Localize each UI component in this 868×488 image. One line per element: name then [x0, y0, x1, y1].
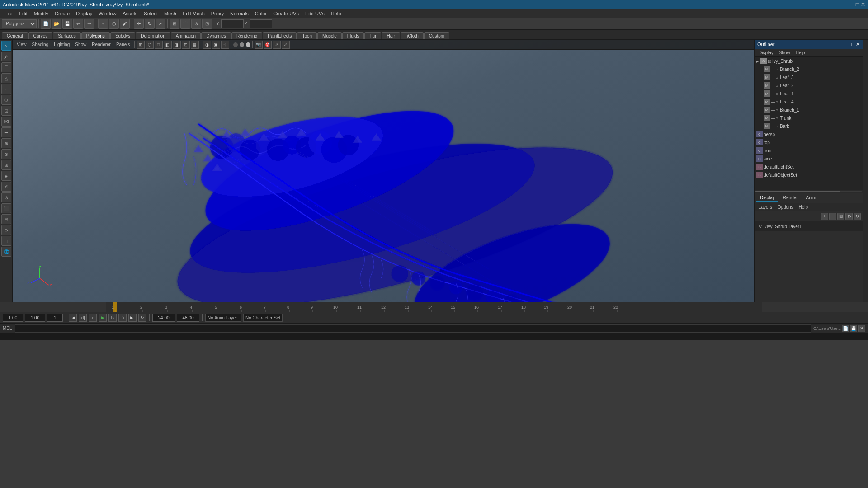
- menu-create[interactable]: Create: [52, 10, 72, 17]
- select-mode-btn[interactable]: ↖: [1, 41, 11, 51]
- next-frame-btn[interactable]: ▷: [108, 314, 117, 322]
- tool13-btn[interactable]: ⟲: [1, 182, 11, 192]
- prev-frame-btn[interactable]: ◁: [89, 314, 97, 322]
- outliner-item-front[interactable]: C front: [755, 146, 863, 155]
- save-btn[interactable]: 💾: [62, 19, 72, 29]
- outliner-item-defaultlightset[interactable]: S defaultLightSet: [755, 163, 863, 171]
- tab-deformation[interactable]: Deformation: [136, 32, 170, 39]
- layer-refresh-btn[interactable]: ↻: [854, 213, 861, 220]
- menu-display[interactable]: Display: [73, 10, 95, 17]
- menu-select[interactable]: Select: [141, 10, 160, 17]
- tab-animation[interactable]: Animation: [171, 32, 201, 39]
- tab-curves[interactable]: Curves: [28, 32, 53, 39]
- tab-polygons[interactable]: Polygons: [81, 32, 110, 39]
- outliner-menu-display[interactable]: Display: [756, 50, 776, 56]
- tool7-btn[interactable]: ⌧: [1, 117, 11, 127]
- layer-tab-render[interactable]: Render: [779, 194, 802, 202]
- layer-new-btn[interactable]: +: [821, 213, 828, 220]
- mel-btn-3[interactable]: ✕: [858, 325, 865, 332]
- close-button[interactable]: ✕: [861, 1, 865, 8]
- go-start-btn[interactable]: |◀: [69, 314, 77, 322]
- scale-tool-btn[interactable]: ⤢: [156, 19, 165, 29]
- outliner-item-branch2[interactable]: M —○ Branch_2: [755, 65, 863, 73]
- mel-input[interactable]: [15, 324, 811, 333]
- tab-muscle[interactable]: Muscle: [317, 32, 342, 39]
- menu-mesh[interactable]: Mesh: [161, 10, 179, 17]
- viewport[interactable]: View Shading Lighting Show Renderer Pane…: [13, 40, 754, 302]
- outliner-item-persp[interactable]: C persp: [755, 130, 863, 138]
- tool15-btn[interactable]: ⬛: [1, 203, 11, 213]
- y-input[interactable]: [221, 19, 244, 28]
- redo-btn[interactable]: ↪: [84, 19, 94, 29]
- tab-hair[interactable]: Hair: [382, 32, 400, 39]
- outliner-scrollbar[interactable]: [755, 190, 863, 193]
- menu-file[interactable]: File: [2, 10, 15, 17]
- tool17-btn[interactable]: ⚙: [1, 225, 11, 235]
- paint-tool-btn[interactable]: 🖌: [120, 19, 130, 29]
- tab-general[interactable]: General: [2, 32, 28, 39]
- tab-dynamics[interactable]: Dynamics: [201, 32, 231, 39]
- tab-custom[interactable]: Custom: [424, 32, 449, 39]
- outliner-item-branch1[interactable]: M —○ Branch_1: [755, 106, 863, 114]
- window-controls[interactable]: — □ ✕: [849, 1, 865, 8]
- outliner-menu-help[interactable]: Help: [793, 50, 807, 56]
- tool5-btn[interactable]: ⬡: [1, 95, 11, 105]
- tab-fluids[interactable]: Fluids: [342, 32, 364, 39]
- tab-painteffects[interactable]: PaintEffects: [263, 32, 297, 39]
- tool9-btn[interactable]: ⊕: [1, 138, 11, 148]
- tab-fur[interactable]: Fur: [364, 32, 381, 39]
- mel-btn-2[interactable]: 💾: [850, 325, 857, 332]
- menu-proxy[interactable]: Proxy: [208, 10, 226, 17]
- next-keyframe-btn[interactable]: |▷: [118, 314, 127, 322]
- tool11-btn[interactable]: ⊞: [1, 160, 11, 170]
- outliner-scroll-track[interactable]: [755, 191, 862, 192]
- move-tool-btn[interactable]: ✛: [134, 19, 144, 29]
- menu-edit[interactable]: Edit: [16, 10, 30, 17]
- outliner-item-defaultobjectset[interactable]: S defaultObjectSet: [755, 171, 863, 179]
- outliner-maximize-btn[interactable]: □: [851, 42, 854, 47]
- mel-btn-1[interactable]: 📄: [842, 325, 849, 332]
- layer-menu-options[interactable]: Options: [775, 204, 795, 210]
- menu-help[interactable]: Help: [328, 10, 344, 17]
- tab-ncloth[interactable]: nCloth: [401, 32, 424, 39]
- outliner-item-trunk[interactable]: M —○ Trunk: [755, 114, 863, 122]
- menu-normals[interactable]: Normals: [227, 10, 251, 17]
- char-set-label[interactable]: No Character Set: [243, 314, 283, 322]
- frame-number-input[interactable]: [47, 314, 63, 322]
- rotate-tool-btn[interactable]: ↻: [145, 19, 155, 29]
- layer-menu-layers[interactable]: Layers: [756, 204, 774, 210]
- outliner-item-leaf2[interactable]: M —○ Leaf_2: [755, 81, 863, 89]
- menu-createuvs[interactable]: Create UVs: [270, 10, 302, 17]
- tab-toon[interactable]: Toon: [297, 32, 317, 39]
- layer-options-btn[interactable]: ⚙: [845, 213, 853, 220]
- outliner-content[interactable]: ▸ G ⊡ Ivy_Shrub M —○ Branch_2 M —○ Leaf_…: [755, 57, 863, 190]
- paint-mode-btn[interactable]: 🖌: [1, 52, 11, 61]
- range-start-input[interactable]: [152, 314, 175, 322]
- tool16-btn[interactable]: ⊟: [1, 214, 11, 224]
- outliner-item-leaf4[interactable]: M —○ Leaf_4: [755, 98, 863, 106]
- layer-vis-icon[interactable]: V: [757, 223, 764, 230]
- undo-btn[interactable]: ↩: [73, 19, 83, 29]
- outliner-window-controls[interactable]: — □ ✕: [845, 42, 860, 47]
- outliner-scroll-thumb[interactable]: [755, 191, 840, 192]
- z-input[interactable]: [250, 19, 272, 28]
- tool18-btn[interactable]: ◻: [1, 236, 11, 246]
- snap-grid-btn[interactable]: ⊞: [170, 19, 179, 29]
- outliner-menu-show[interactable]: Show: [777, 50, 793, 56]
- snap-surface-btn[interactable]: ⊡: [202, 19, 212, 29]
- maximize-button[interactable]: □: [856, 1, 859, 8]
- minimize-button[interactable]: —: [849, 1, 854, 8]
- outliner-item-bark[interactable]: M —○ Bark: [755, 122, 863, 130]
- menu-color[interactable]: Color: [252, 10, 269, 17]
- menu-assets[interactable]: Assets: [120, 10, 140, 17]
- outliner-item-top[interactable]: C top: [755, 138, 863, 146]
- tool14-btn[interactable]: ⊙: [1, 192, 11, 202]
- layer-menu-help[interactable]: Help: [796, 204, 810, 210]
- poly-mode-btn[interactable]: △: [1, 73, 11, 83]
- loop-btn[interactable]: ↻: [138, 314, 146, 322]
- outliner-minimize-btn[interactable]: —: [845, 42, 850, 47]
- snap-curve-btn[interactable]: ⌒: [180, 19, 190, 29]
- tab-rendering[interactable]: Rendering: [231, 32, 262, 39]
- select-tool-btn[interactable]: ↖: [98, 19, 108, 29]
- layer-tab-display[interactable]: Display: [756, 194, 778, 202]
